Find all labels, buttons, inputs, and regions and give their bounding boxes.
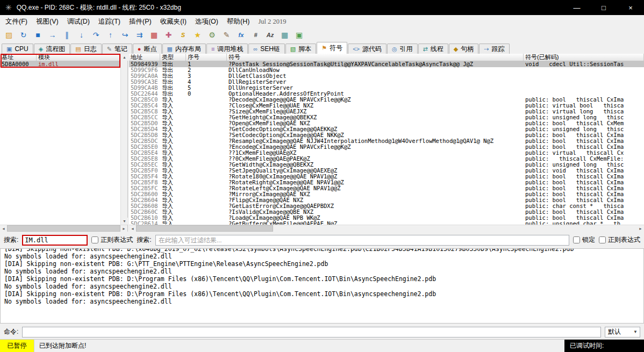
modules-header-col-0[interactable]: 基址 xyxy=(0,54,37,61)
module-row[interactable]: 5D8A0000im.dll xyxy=(0,61,120,67)
regex-checkbox[interactable] xyxy=(91,236,98,243)
modules-vertical-scrollbar[interactable]: ▲ ▼ xyxy=(120,54,127,225)
menu-item-7[interactable]: 帮助(H) xyxy=(223,16,254,28)
menu-item-0[interactable]: 文件(F) xyxy=(1,16,32,28)
tab-handles[interactable]: ◆句柄 xyxy=(449,44,478,54)
pause-button[interactable]: ∥ xyxy=(60,29,74,41)
menu-item-2[interactable]: 调试(D) xyxy=(63,16,94,28)
symbol-row[interactable]: 5D99CA4B导出5DllUnregisterServer xyxy=(129,85,644,91)
symbol-row[interactable]: 5D99CA0A导出3DllGetClassObject xyxy=(129,73,644,79)
symbol-row[interactable]: 5DC22644导出0OptionalHeader.AddressOfEntry… xyxy=(129,91,644,97)
symbol-row[interactable]: 5DC2B5E0导入?Encode@CxImage@@QAE_NPAVCxFil… xyxy=(129,144,644,150)
favourites-button[interactable]: ★ xyxy=(191,29,204,41)
mnemonic-table-button[interactable]: ▦ xyxy=(278,29,291,41)
scroll-up-icon[interactable]: ▲ xyxy=(121,54,128,61)
symbol-row[interactable]: 5DC2B5D0导入?Open@CxMemFile@@QAE_NXZpublic… xyxy=(129,120,644,126)
debug-monitor-button[interactable]: ▣ xyxy=(292,29,306,41)
tab-seh[interactable]: ∞SEH链 xyxy=(248,44,285,54)
symbol-row[interactable]: 5DC2B5F4导入?Rotate180@CxImage@@QAE_NPAV1@… xyxy=(129,174,644,179)
tab-source[interactable]: <>源代码 xyxy=(348,44,387,54)
symbol-row[interactable]: 5DC2B5C8导入?Size@CxMemFile@@UAEJXZpublic:… xyxy=(129,109,644,114)
command-input[interactable] xyxy=(22,327,601,337)
step-into-button[interactable]: ↓ xyxy=(75,29,88,41)
step-over-button[interactable]: ↷ xyxy=(89,29,103,41)
maximize-button[interactable]: □ xyxy=(590,0,617,15)
syringe-button[interactable]: ✚ xyxy=(162,29,175,41)
tab-call-stack[interactable]: ≡调用堆栈 xyxy=(206,44,248,54)
modules-header-col-1[interactable]: 模块 xyxy=(37,54,127,61)
stop-button[interactable]: ■ xyxy=(31,29,45,41)
tab-breakpoints[interactable]: ●断点 xyxy=(133,44,162,54)
symbols-header-col-4[interactable]: 符号(已解码) xyxy=(524,54,644,61)
calculator-fx-button[interactable]: fx xyxy=(234,29,248,41)
tab-graph[interactable]: ◈流程图 xyxy=(34,44,70,54)
tab-memory-map[interactable]: ▦内存布局 xyxy=(162,44,206,54)
menu-item-4[interactable]: 插件(P) xyxy=(125,16,156,28)
open-file-button[interactable]: ▨ xyxy=(2,29,16,41)
symbol-row[interactable]: 5DC2B5F0导入?SetJpegQuality@CxImage@@QAEXE… xyxy=(129,168,644,174)
menu-item-6[interactable]: 选项(O) xyxy=(191,16,223,28)
tab-cpu[interactable]: ▣CPU xyxy=(2,44,33,54)
minimize-button[interactable]: — xyxy=(563,0,590,15)
symbol-row[interactable]: 5DC2B5E4导入??1CxMemFile@@UAE@XZpublic: vi… xyxy=(129,150,644,156)
symbol-row[interactable]: 5DC2B5D4导入?GetCodecOption@CxImage@@QAEKK… xyxy=(129,126,644,132)
menu-item-3[interactable]: 追踪(T) xyxy=(94,16,125,28)
module-search-input[interactable] xyxy=(22,235,88,246)
symbol-row[interactable]: 5DC2B5F8导入?RotateRight@CxImage@@QAE_NPAV… xyxy=(129,179,644,185)
symbol-row[interactable]: 5DC2B5CC导入?GetHeight@CxImage@@QBEKXZpubl… xyxy=(129,114,644,120)
symbol-row[interactable]: 5DC2B5DC导入?Resample@CxImage@@QAE_NJJW4In… xyxy=(129,138,644,144)
step-out-button[interactable]: ↑ xyxy=(104,29,117,41)
scroll-down-icon[interactable]: ▼ xyxy=(121,218,128,225)
scrollbar-thumb[interactable] xyxy=(7,225,120,232)
menu-item-1[interactable]: 视图(V) xyxy=(32,16,63,28)
symbol-row[interactable]: 5DC2B5D8导入?SetCodecOption@CxImage@@QAE_N… xyxy=(129,132,644,138)
symbol-row[interactable]: 5DC2B5C0导入?Decode@CxImage@@QAE_NPAVCxFil… xyxy=(129,97,644,103)
command-profile-dropdown[interactable]: 默认 ▼ xyxy=(605,327,640,337)
symbol-row[interactable]: 5DC2B5FC导入?RotateLeft@CxImage@@QAE_NPAV1… xyxy=(129,185,644,191)
symbol-filter-input[interactable] xyxy=(155,235,569,246)
symbol-row[interactable]: 5DC2B604导入?Flip@CxImage@@QAE_NXZpublic: … xyxy=(129,197,644,203)
menu-item-5[interactable]: 收藏夹(I) xyxy=(156,16,191,28)
symbol-row[interactable]: 5DC2B5EC导入?GetWidth@CxImage@@QBEKXZpubli… xyxy=(129,162,644,168)
settings-gear-button[interactable]: ⚙ xyxy=(205,29,219,41)
font-az-button[interactable]: Az xyxy=(263,29,277,41)
symbol-row[interactable]: 5DC2B610导入?Load@CxImage@@QAE_NPB_WK@Zpub… xyxy=(129,215,644,221)
tab-threads[interactable]: ⇄线程 xyxy=(418,44,448,54)
symbols-header-col-3[interactable]: 符号 xyxy=(227,54,524,61)
symbols-header-col-2[interactable]: 序号 xyxy=(186,54,227,61)
modules-horizontal-scrollbar[interactable]: ◄ ► xyxy=(0,225,127,232)
scrollbar-track[interactable] xyxy=(273,225,637,232)
log-panel[interactable]: [DIA] Skipping non-existent PDB: D:\x64d… xyxy=(0,248,644,324)
tab-log[interactable]: ▤日志 xyxy=(70,44,101,54)
tab-trace[interactable]: ⇢跟踪 xyxy=(479,44,509,54)
tab-script[interactable]: ▧脚本 xyxy=(285,44,316,54)
symbol-row[interactable]: 5D984939导出1?PostTask_Session@SessionTask… xyxy=(129,61,644,67)
symbol-row[interactable]: 5DC2B608导入?GetLastError@CxImage@@QAEPBDX… xyxy=(129,203,644,209)
animate-button[interactable]: ⇉ xyxy=(133,29,146,41)
symbol-row[interactable]: 5DC2B600导入?Mirror@CxImage@@QAE_NXZpublic… xyxy=(129,191,644,197)
scrollbar-thumb[interactable] xyxy=(136,225,273,232)
symbols-horizontal-scrollbar[interactable]: ◄ ► xyxy=(129,225,644,232)
tab-references[interactable]: ◎引用 xyxy=(387,44,418,54)
symbol-row[interactable]: 5D99CA3E导出4DllRegisterServer xyxy=(129,79,644,85)
tab-notes[interactable]: ✎笔记 xyxy=(102,44,132,54)
symbol-row[interactable]: 5DC2B5C4导入?Close@CxMemFile@@UAE_NXZpubli… xyxy=(129,103,644,109)
lock-checkbox[interactable] xyxy=(573,236,580,243)
hash-button[interactable]: # xyxy=(249,29,262,41)
symbol-row[interactable]: 5DC2B614导入?GetBuffer@CxMemFile@@QAEPAE_N… xyxy=(129,221,644,225)
run-button[interactable]: → xyxy=(46,29,59,41)
restart-button[interactable]: ↻ xyxy=(17,29,30,41)
patches-button[interactable]: ▦ xyxy=(147,29,161,41)
symbol-row[interactable]: 5DC2B60C导入?IsValid@CxImage@@QBE_NXZpubli… xyxy=(129,209,644,215)
appearance-pencil-button[interactable]: ✎ xyxy=(220,29,233,41)
close-button[interactable]: × xyxy=(617,0,644,15)
tab-symbols[interactable]: ⚑符号 xyxy=(317,42,347,54)
regex2-checkbox[interactable] xyxy=(599,236,606,243)
scylla-button[interactable]: S xyxy=(176,29,190,41)
symbols-header-col-0[interactable]: 地址 xyxy=(129,54,160,61)
run-to-cursor-button[interactable]: ↪ xyxy=(118,29,132,41)
symbol-row[interactable]: 5DC2B5E8导入??0CxMemFile@@QAE@PAEK@Zpublic… xyxy=(129,156,644,162)
symbol-address: 5DC2B610 xyxy=(129,215,160,221)
symbols-header-col-1[interactable]: 类型 xyxy=(160,54,186,61)
symbol-row[interactable]: 5D99C9F6导出2DllCanUnloadNow xyxy=(129,67,644,73)
